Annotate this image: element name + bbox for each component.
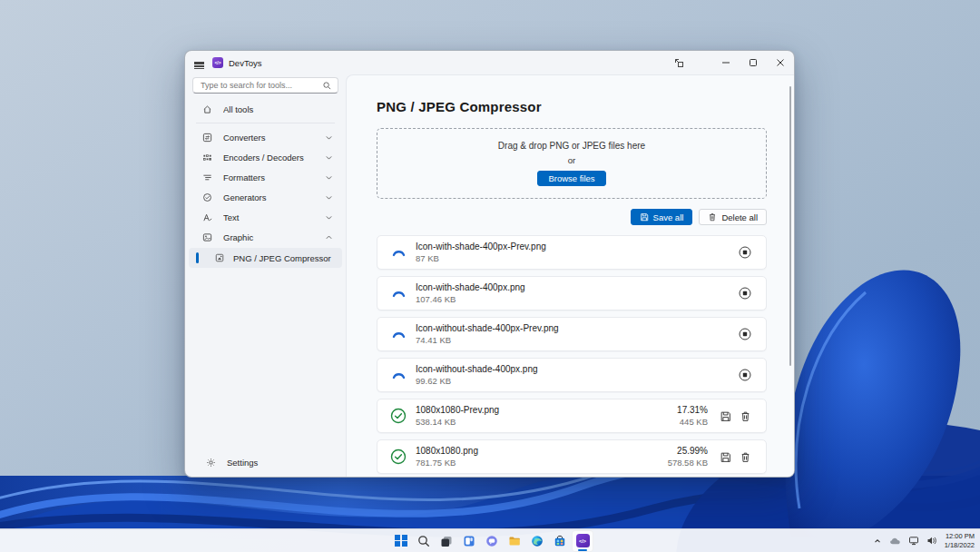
sidebar: All tools Converters Encoders / Decoders bbox=[185, 74, 346, 477]
save-all-button[interactable]: Save all bbox=[631, 209, 693, 225]
bulk-actions: Save all Delete all bbox=[631, 209, 767, 225]
chevron-down-icon bbox=[325, 193, 333, 202]
sidebar-item-settings[interactable]: Settings bbox=[192, 452, 338, 472]
tray-date: 1/18/2022 bbox=[945, 541, 975, 550]
generators-icon bbox=[201, 192, 213, 202]
volume-icon[interactable] bbox=[926, 536, 937, 546]
network-icon[interactable] bbox=[908, 536, 919, 546]
compression-percent: 25.99% bbox=[668, 446, 708, 456]
dropzone-or-label: or bbox=[568, 155, 575, 165]
compression-stats: 25.99% 578.58 KB bbox=[668, 446, 708, 468]
file-name: 1080x1080-Prev.png bbox=[416, 405, 677, 415]
file-name: 1080x1080.png bbox=[416, 446, 668, 456]
sidebar-item-png-jpeg-compressor[interactable]: PNG / JPEG Compressor bbox=[189, 248, 342, 268]
sidebar-item-formatters[interactable]: Formatters bbox=[189, 167, 342, 187]
page-title: PNG / JPEG Compressor bbox=[377, 99, 542, 114]
compression-percent: 17.31% bbox=[677, 405, 708, 415]
compressed-size: 445 KB bbox=[677, 417, 708, 427]
delete-file-button[interactable] bbox=[735, 447, 755, 467]
edge-button[interactable] bbox=[526, 530, 548, 552]
chat-button[interactable] bbox=[481, 530, 503, 552]
file-row: 1080x1080.png 781.75 KB 25.99% 578.58 KB bbox=[377, 439, 767, 474]
tray-time: 12:00 PM bbox=[945, 532, 975, 541]
vertical-scrollbar[interactable] bbox=[789, 86, 791, 366]
file-size: 87 KB bbox=[416, 253, 735, 263]
progress-spinner-icon bbox=[390, 285, 407, 301]
widgets-button[interactable] bbox=[458, 530, 480, 552]
file-name: Icon-without-shade-400px-Prev.png bbox=[416, 323, 735, 333]
microsoft-store-button[interactable] bbox=[549, 530, 571, 552]
chevron-down-icon bbox=[325, 133, 333, 142]
cancel-compression-button[interactable] bbox=[735, 242, 755, 262]
hidden-icons-chevron[interactable] bbox=[873, 537, 882, 546]
file-size: 781.75 KB bbox=[416, 458, 668, 468]
cancel-compression-button[interactable] bbox=[735, 324, 755, 344]
stop-icon bbox=[739, 246, 751, 259]
file-size: 74.41 KB bbox=[416, 335, 735, 345]
search-icon bbox=[323, 82, 331, 90]
browse-files-button[interactable]: Browse files bbox=[537, 171, 605, 186]
taskbar: </> 12:00 PM 1/18/2022 bbox=[0, 528, 980, 552]
devtoys-window: </> DevToys bbox=[184, 50, 795, 478]
file-row: Icon-with-shade-400px.png 107.46 KB bbox=[377, 276, 767, 310]
devtoys-taskbar-button[interactable]: </> bbox=[572, 530, 593, 552]
sidebar-item-encoders-decoders[interactable]: Encoders / Decoders bbox=[189, 147, 342, 167]
start-button[interactable] bbox=[390, 530, 412, 552]
encoders-decoders-icon bbox=[201, 153, 213, 163]
drag-drop-zone[interactable]: Drag & drop PNG or JPEG files here or Br… bbox=[377, 128, 767, 199]
sidebar-item-text[interactable]: Text bbox=[189, 207, 342, 227]
sidebar-item-converters[interactable]: Converters bbox=[189, 127, 342, 147]
stop-icon bbox=[739, 287, 751, 300]
desktop: </> DevToys bbox=[0, 0, 980, 552]
sidebar-item-graphic[interactable]: Graphic bbox=[189, 227, 342, 247]
save-icon bbox=[640, 212, 649, 222]
compressed-size: 578.58 KB bbox=[668, 458, 708, 468]
chevron-down-icon bbox=[325, 153, 333, 162]
onedrive-cloud-icon[interactable] bbox=[889, 537, 901, 546]
maximize-button[interactable] bbox=[740, 51, 767, 74]
stop-icon bbox=[739, 328, 751, 340]
taskbar-search-button[interactable] bbox=[413, 530, 435, 552]
devtoys-logo-icon: </> bbox=[212, 57, 223, 68]
converters-icon bbox=[201, 133, 213, 143]
close-button[interactable] bbox=[767, 51, 794, 74]
sidebar-item-all-tools[interactable]: All tools bbox=[189, 99, 342, 119]
task-view-button[interactable] bbox=[436, 530, 457, 552]
file-explorer-button[interactable] bbox=[504, 530, 525, 552]
tool-search-box[interactable] bbox=[192, 77, 338, 94]
gear-icon bbox=[205, 458, 217, 468]
compact-overlay-icon[interactable] bbox=[665, 51, 692, 74]
success-check-icon bbox=[390, 408, 407, 424]
selection-accent-bar bbox=[196, 252, 199, 263]
search-input[interactable] bbox=[193, 81, 323, 90]
titlebar: </> DevToys bbox=[185, 51, 794, 74]
chevron-up-icon bbox=[325, 233, 333, 242]
task-view-icon bbox=[440, 535, 453, 547]
home-icon bbox=[201, 104, 213, 114]
chevron-down-icon bbox=[325, 173, 333, 182]
system-tray: 12:00 PM 1/18/2022 bbox=[873, 529, 975, 552]
file-size: 538.14 KB bbox=[416, 417, 677, 427]
delete-file-button[interactable] bbox=[735, 406, 755, 426]
save-file-button[interactable] bbox=[715, 447, 735, 467]
file-list: Icon-with-shade-400px-Prev.png 87 KB Ico… bbox=[377, 235, 767, 474]
taskbar-icons: </> bbox=[390, 530, 593, 552]
taskbar-clock[interactable]: 12:00 PM 1/18/2022 bbox=[945, 532, 975, 550]
file-row: Icon-without-shade-400px.png 99.62 KB bbox=[377, 358, 767, 392]
cancel-compression-button[interactable] bbox=[735, 283, 755, 303]
menu-hamburger-button[interactable] bbox=[185, 51, 212, 74]
delete-all-button[interactable]: Delete all bbox=[699, 209, 767, 225]
store-icon bbox=[554, 535, 566, 547]
stop-icon bbox=[739, 369, 751, 381]
graphic-icon bbox=[201, 232, 213, 242]
save-file-button[interactable] bbox=[715, 406, 735, 426]
progress-spinner-icon bbox=[390, 244, 407, 261]
minimize-button[interactable] bbox=[712, 51, 740, 74]
file-size: 99.62 KB bbox=[416, 376, 735, 386]
sidebar-item-generators[interactable]: Generators bbox=[189, 187, 342, 207]
cancel-compression-button[interactable] bbox=[735, 365, 755, 385]
trash-icon bbox=[740, 451, 751, 463]
main-content: PNG / JPEG Compressor Drag & drop PNG or… bbox=[346, 74, 794, 477]
trash-icon bbox=[740, 410, 751, 422]
file-row: Icon-with-shade-400px-Prev.png 87 KB bbox=[377, 235, 767, 270]
